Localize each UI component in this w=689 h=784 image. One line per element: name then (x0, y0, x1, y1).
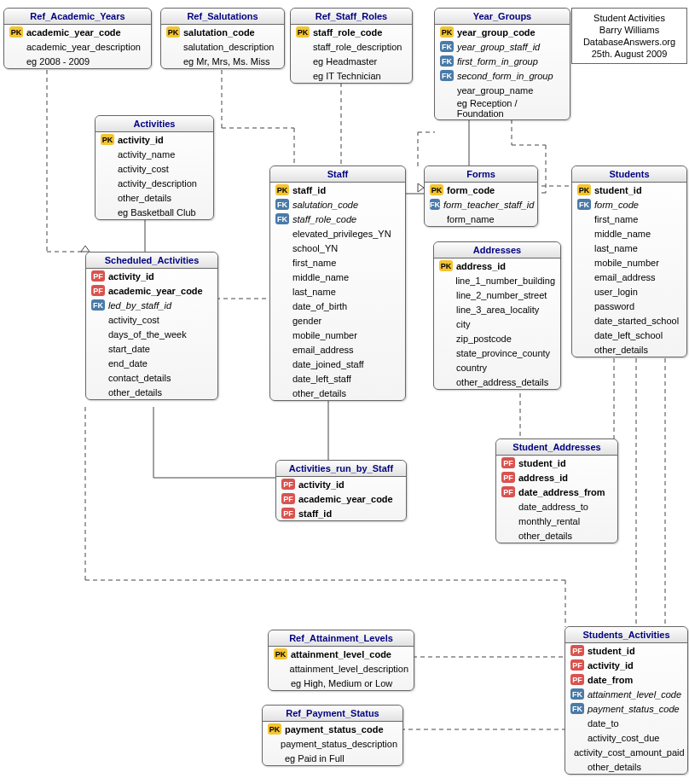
no-key-icon (275, 358, 289, 369)
fk-key-icon: FK (275, 213, 289, 224)
attribute-name: activity_id (298, 479, 344, 490)
attribute-row: activity_cost_amount_paid (565, 745, 687, 759)
attribute-row: activity_cost (86, 312, 217, 327)
attribute-name: other_details (118, 193, 171, 203)
attribute-name: mobile_number (292, 330, 357, 340)
pf-key-icon: PF (281, 508, 295, 519)
no-key-icon (275, 300, 289, 311)
attribute-name: activity_cost (118, 164, 169, 174)
entity-students-activities: Students_ActivitiesPFstudent_idPFactivit… (565, 626, 688, 775)
attribute-row: eg High, Medium or Low (269, 676, 414, 690)
attribute-name: other_details (518, 531, 572, 541)
attribute-name: attainment_level_description (290, 664, 408, 674)
no-key-icon (268, 752, 281, 764)
entity-scheduled-activities: Scheduled_ActivitiesPFactivity_idPFacade… (85, 252, 218, 400)
attribute-name: other_details (588, 762, 641, 772)
attribute-row: FKsalutation_code (270, 197, 405, 212)
attribute-name: date_of_birth (292, 301, 347, 311)
attribute-name: address_id (518, 473, 568, 483)
attribute-row: PKactivity_id (96, 132, 213, 147)
attribute-name: email_address (594, 272, 656, 282)
attribute-row: state_province_county (434, 346, 560, 360)
no-key-icon (570, 717, 584, 729)
attribute-name: last_name (292, 287, 336, 297)
no-key-icon (101, 192, 114, 203)
attribute-row: eg 2008 - 2009 (4, 54, 151, 68)
attribute-name: eg Headmaster (313, 56, 377, 67)
entity-year-groups: Year_GroupsPKyear_group_codeFKyear_group… (434, 8, 570, 120)
attribute-name: activity_id (118, 135, 164, 145)
attribute-row: mobile_number (270, 328, 405, 342)
attribute-name: form_teacher_staff_id (443, 200, 534, 210)
attribute-name: student_id (518, 458, 566, 468)
attribute-row: PFaddress_id (496, 470, 617, 485)
attribute-row: date_address_to (496, 499, 617, 514)
attribute-name: staff_role_code (313, 27, 382, 38)
attribute-name: eg 2008 - 2009 (26, 56, 90, 67)
info-box: Student ActivitiesBarry WilliamsDatabase… (571, 8, 687, 64)
attribute-name: staff_id (298, 508, 332, 519)
attribute-row: mobile_number (572, 255, 686, 270)
fk-key-icon: FK (570, 688, 584, 700)
attribute-name: academic_year_code (298, 494, 393, 504)
no-key-icon (577, 315, 591, 326)
no-key-icon (439, 333, 453, 344)
pk-key-icon: PK (577, 184, 591, 195)
no-key-icon (439, 304, 453, 315)
pk-key-icon: PK (101, 134, 114, 145)
attribute-name: date_started_school (594, 316, 679, 326)
fk-key-icon: FK (577, 199, 591, 210)
entity-ref-salutations: Ref_SalutationsPKsalutation_codesalutati… (160, 8, 285, 69)
no-key-icon (275, 242, 289, 253)
attribute-row: PKattainment_level_code (269, 647, 414, 661)
attribute-row: email_address (572, 270, 686, 284)
attribute-name: led_by_staff_id (108, 300, 171, 311)
no-key-icon (570, 761, 584, 772)
attribute-name: salutation_code (183, 27, 255, 38)
attribute-row: first_name (270, 255, 405, 270)
attribute-name: staff_role_description (313, 42, 402, 52)
entity-title: Addresses (434, 242, 560, 258)
pf-key-icon: PF (91, 270, 105, 282)
attribute-row: user_login (572, 284, 686, 299)
pf-key-icon: PF (91, 285, 105, 296)
no-key-icon (91, 343, 105, 354)
no-key-icon (296, 41, 310, 52)
entity-title: Activities (96, 116, 213, 132)
attribute-name: end_date (108, 358, 148, 369)
attribute-row: salutation_description (161, 39, 284, 54)
attribute-row: FKform_teacher_staff_id (425, 197, 537, 212)
attribute-row: PFactivity_id (276, 477, 406, 491)
attribute-row: PFactivity_id (565, 658, 687, 672)
entity-forms: FormsPKform_codeFKform_teacher_staff_idf… (424, 166, 538, 227)
no-key-icon (101, 206, 114, 218)
attribute-name: form_name (447, 214, 495, 224)
attribute-row: first_name (572, 212, 686, 226)
attribute-row: PFstaff_id (276, 506, 406, 520)
attribute-name: last_name (594, 243, 638, 253)
attribute-row: FKfirst_form_in_group (435, 54, 570, 68)
no-key-icon (275, 373, 289, 384)
attribute-name: days_of_the_week (108, 329, 187, 340)
attribute-row: other_details (86, 385, 217, 399)
attribute-row: middle_name (270, 270, 405, 284)
attribute-row: eg Paid in Full (263, 751, 402, 765)
no-key-icon (275, 257, 289, 268)
no-key-icon (577, 329, 591, 340)
pf-key-icon: PF (501, 486, 515, 497)
no-key-icon (440, 84, 454, 96)
no-key-icon (91, 357, 105, 369)
attribute-name: second_form_in_group (457, 71, 553, 81)
attribute-name: middle_name (594, 229, 651, 239)
attribute-row: date_joined_staff (270, 357, 405, 371)
no-key-icon (296, 70, 310, 81)
attribute-row: eg Headmaster (291, 54, 412, 68)
attribute-row: PFdate_from (565, 672, 687, 687)
pk-key-icon: PK (430, 184, 443, 195)
attribute-name: line_2_number_street (456, 290, 547, 300)
entity-title: Students_Activities (565, 627, 687, 643)
attribute-name: activity_cost_amount_paid (574, 747, 685, 758)
pk-key-icon: PK (268, 723, 281, 735)
attribute-name: year_group_staff_id (457, 42, 540, 52)
attribute-row: FKattainment_level_code (565, 687, 687, 701)
